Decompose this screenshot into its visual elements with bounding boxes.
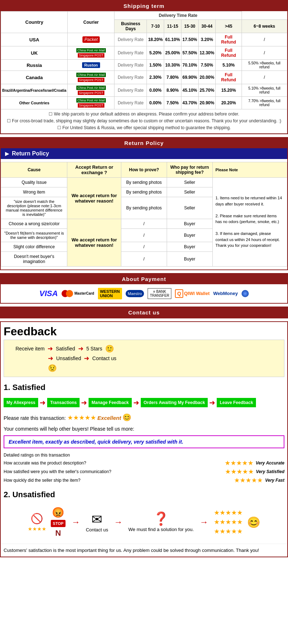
mastercard-logo: MasterCard (62, 290, 94, 297)
western-union-logo: WESTERNUNION (98, 288, 122, 299)
n-label: N (55, 529, 61, 538)
step-arrow-4: ➜ (209, 398, 215, 407)
no-stars: ★★★★ (28, 526, 46, 532)
courier-usa: Packet (68, 33, 114, 46)
payment-logos-container: VISA MasterCard WESTERNUNION Maestro ≡ B… (1, 284, 287, 303)
payment-header: About Payment (1, 274, 287, 284)
result-happy-face: 😊 (247, 516, 260, 529)
unsatisfied-label: Unsatisfied (56, 355, 81, 361)
unsat-arrow-3: → (199, 517, 208, 527)
happy-face: 🙂 (105, 344, 114, 353)
conclusion-text: Customers' satisfaction is the most impo… (4, 548, 259, 553)
step-orders-awaiting: Orders Awaiting My Feedback (141, 398, 208, 407)
delivery-rate-uk: Delivery Rate (114, 46, 147, 60)
return-table: Cause Accept Return or exchange ? How to… (1, 162, 287, 267)
prove-header: How to prove? (121, 162, 167, 177)
unsat-arrow-1: → (71, 517, 80, 527)
prove-size: By sending photos (121, 197, 167, 219)
shipping-note-2: ☐ For cross-broad trade, shipping may sl… (2, 118, 286, 124)
cause-doesnt-fit: "Doesn't fit(item's measurement is the s… (1, 228, 67, 242)
country-col-header: Country (1, 12, 68, 33)
uk-7-10: 5.20% (147, 46, 164, 60)
excellent-label: Excellent (98, 415, 121, 421)
rating-text-3: Very Fast (265, 478, 284, 483)
rate-row: Please rate this transaction: ★★★★★ Exce… (1, 410, 287, 423)
courier-canada: China Post Air Mail Singapore POST (68, 71, 114, 84)
col-business-days: Business Days (114, 20, 147, 33)
courier-other: China Post Air Mail Singapore POST (68, 97, 114, 109)
green-steps-container: My Aliexpress ➜ Transactions ➜ Manage Fe… (1, 395, 287, 410)
rating-row-1: How accurate was the product description… (4, 459, 284, 467)
shipping-header: Shipping term (1, 1, 287, 11)
accept-whatever: We accept return for whatever reason! (67, 177, 121, 219)
russia-11-15: 10.30% (164, 60, 181, 71)
rating-stars-1: ★★★★★ Very Accurate (225, 459, 284, 467)
globe-icon (242, 290, 249, 297)
arrow-1: ➜ (48, 345, 53, 353)
rating-stars-3: ★★★★★ Very Fast (234, 476, 284, 484)
brazil-45: 15.20% (216, 84, 242, 97)
other-7-10: 0.00% (147, 97, 164, 109)
cause-wrong-size: Choose a wrong size/color (1, 219, 67, 228)
delivery-rate-other: Delivery Rate (114, 97, 147, 109)
courier-brazil: China Post Air Mail Singapore POST (68, 84, 114, 97)
prove-quality: By sending photos (121, 177, 167, 187)
rate-text: Please rate this transaction: (4, 415, 66, 421)
rating-label-1: How accurate was the product description… (4, 461, 225, 466)
rate-stars: ★★★★★ (67, 414, 96, 421)
who-wrong: Seller (167, 187, 212, 197)
cause-quality: Quality Issue (1, 177, 67, 187)
excellent-example-box: Excellent item, exactly as described, qu… (4, 435, 284, 448)
unsat-arrow-2: → (114, 517, 123, 527)
shipping-note-1: ☐ We ship parcels to your default addres… (2, 111, 286, 118)
no-sign-group: 🚫 ★★★★ (28, 513, 46, 532)
question-group: ❓ We must find a solution for you. (129, 511, 194, 533)
rating-row-3: How quickly did the seller ship the item… (4, 476, 284, 484)
other-30-44: 20.90% (198, 97, 216, 109)
contact-header: Contact us (1, 307, 287, 318)
courier-col-header: Courier (68, 12, 114, 33)
delivery-rate-canada: Delivery Rate (114, 71, 147, 84)
unsatisfied-emoji-row: 😟 (8, 364, 280, 372)
usa-15-30: 17.50% (181, 33, 198, 46)
country-canada: Canada (1, 71, 68, 84)
other-6-8: 7.70% >8weeks, full refund (242, 97, 287, 109)
country-brazil: Brazil/Argentina/France/Israel/Croatia (1, 84, 68, 97)
table-row: UK China Post Air Mail Singapore POST De… (1, 46, 287, 60)
visa-logo: VISA (39, 289, 58, 298)
country-russia: Russia (1, 60, 68, 71)
feedback-flow-box: Receive item ➜ Satisfied ➜ 5 Stars 🙂 ➜ U… (4, 340, 284, 377)
canada-30-44: 20.00% (198, 71, 216, 84)
payment-section: About Payment VISA MasterCard WESTERNUNI… (0, 273, 288, 304)
who-wrong-size: Buyer (167, 219, 212, 228)
who-header: Who pay for return shipping fee? (167, 162, 212, 177)
russia-30-44: 7.50% (198, 60, 216, 71)
find-solution-text: We must find a solution for you. (129, 526, 194, 533)
country-other: Other Countries (1, 97, 68, 109)
other-11-15: 7.50% (164, 97, 181, 109)
step-my-aliexpress: My Aliexpress (4, 398, 38, 407)
delivery-rate-usa: Delivery Rate (114, 33, 147, 46)
table-row: Other Countries China Post Air Mail Sing… (1, 97, 287, 109)
step-leave-feedback: Leave Feedback (217, 398, 256, 407)
table-header-row-1: Country Courier Delivery Time Rate (1, 12, 287, 20)
note-header: Please Note (212, 162, 287, 177)
note-content: 1. Items need to be returned within 14 d… (216, 195, 284, 249)
cause-color: Slight color difference (1, 242, 67, 251)
col-45: >45 (216, 20, 242, 33)
cause-size: "size doesn't match the description (ple… (1, 197, 67, 219)
qiwi-container: Q QIWI Wallet (175, 289, 210, 298)
mc-orange-circle (66, 290, 73, 297)
arrow-3: ➜ (48, 354, 53, 362)
mc-label: MasterCard (75, 291, 94, 295)
table-row: Quality Issue We accept return for whate… (1, 177, 287, 187)
usa-11-15: 61.10% (164, 33, 181, 46)
accept-whatever-2: We accept return for whatever reason! (67, 219, 121, 266)
prove-wrong-size: / (121, 219, 167, 228)
receive-item-label: Receive item (15, 346, 45, 352)
who-quality: Seller (167, 177, 212, 187)
country-usa: USA (1, 33, 68, 46)
return-policy-section: Return Policy Return Policy Cause Accept… (0, 137, 288, 270)
rating-label-3: How quickly did the seller ship the item… (4, 478, 234, 483)
table-notes-row: ☐ We ship parcels to your default addres… (1, 109, 287, 133)
